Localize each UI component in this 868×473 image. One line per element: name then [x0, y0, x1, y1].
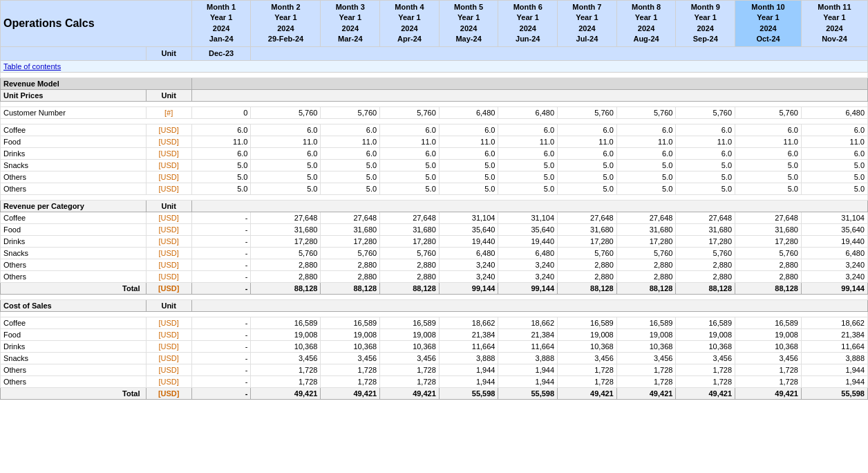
rpc-coffee-label: Coffee	[1, 212, 147, 223]
up-snacks-unit: [USD]	[146, 159, 191, 171]
unit-prices-header-row: Unit Prices Unit	[1, 89, 868, 101]
cos-others2-label: Others	[1, 375, 147, 387]
rpc-food-label: Food	[1, 223, 147, 235]
up-snacks-label: Snacks	[1, 159, 147, 171]
col-month2-header: Month 2Year 1202429-Feb-24	[251, 1, 321, 47]
customer-number-m9: 5,760	[735, 106, 802, 118]
cos-label: Cost of Sales	[1, 299, 147, 311]
toc-link[interactable]: Table of contents	[1, 60, 868, 72]
main-table: Operations Calcs Month 1Year 12024Jan-24…	[0, 0, 868, 400]
cos-drinks-row: Drinks [USD] - 10,368 10,368 10,368 11,6…	[1, 340, 868, 352]
cos-others2-row: Others [USD] - 1,728 1,728 1,728 1,944 1…	[1, 375, 868, 387]
rpc-others2-label: Others	[1, 270, 147, 282]
up-coffee-row: Coffee [USD] 6.0 6.0 6.0 6.0 6.0 6.0 6.0…	[1, 124, 868, 136]
col-month8-header: Month 8Year 12024Aug-24	[616, 1, 676, 47]
col-month10-header: Month 10Year 12024Oct-24	[735, 1, 802, 47]
col-month7-header: Month 7Year 12024Jul-24	[558, 1, 617, 47]
rpc-label: Revenue per Category	[1, 200, 147, 212]
customer-number-dec23: 0	[191, 106, 251, 118]
revenue-model-label: Revenue Model	[1, 77, 192, 89]
rpc-drinks-row: Drinks [USD] - 17,280 17,280 17,280 19,4…	[1, 235, 868, 247]
cos-others1-label: Others	[1, 364, 147, 375]
cos-others1-row: Others [USD] - 1,728 1,728 1,728 1,944 1…	[1, 364, 868, 375]
unit-prices-unit: Unit	[146, 89, 191, 101]
rpc-unit-header: Unit	[146, 200, 191, 212]
cos-food-row: Food [USD] - 19,008 19,008 19,008 21,384…	[1, 328, 868, 340]
empty-header2	[251, 46, 868, 60]
customer-number-row: Customer Number [#] 0 5,760 5,760 5,760 …	[1, 106, 868, 118]
up-food-row: Food [USD] 11.0 11.0 11.0 11.0 11.0 11.0…	[1, 136, 868, 147]
customer-number-m8: 5,760	[676, 106, 735, 118]
col-month1-header: Month 1Year 12024Jan-24	[191, 1, 251, 47]
rpc-coffee-row: Coffee [USD] - 27,648 27,648 27,648 31,1…	[1, 212, 868, 223]
customer-number-m6: 5,760	[558, 106, 617, 118]
dec23-header: Dec-23	[191, 46, 251, 60]
rpc-others1-label: Others	[1, 259, 147, 270]
rpc-header-row: Revenue per Category Unit	[1, 200, 868, 212]
up-others2-row: Others [USD] 5.0 5.0 5.0 5.0 5.0 5.0 5.0…	[1, 183, 868, 194]
col-month4-header: Month 4Year 12024Apr-24	[380, 1, 440, 47]
cos-total-row: Total [USD] - 49,421 49,421 49,421 55,59…	[1, 387, 868, 399]
col-month6-header: Month 6Year 12024Jun-24	[498, 1, 558, 47]
cos-food-label: Food	[1, 328, 147, 340]
cos-snacks-label: Snacks	[1, 352, 147, 364]
cos-drinks-label: Drinks	[1, 340, 147, 352]
up-others1-row: Others [USD] 5.0 5.0 5.0 5.0 5.0 5.0 5.0…	[1, 171, 868, 183]
rpc-drinks-label: Drinks	[1, 235, 147, 247]
rpc-snacks-label: Snacks	[1, 247, 147, 259]
customer-number-m1: 5,760	[251, 106, 321, 118]
col-month9-header: Month 9Year 12024Sep-24	[676, 1, 735, 47]
cos-snacks-row: Snacks [USD] - 3,456 3,456 3,456 3,888 3…	[1, 352, 868, 364]
up-others2-unit: [USD]	[146, 183, 191, 194]
col-month11-header: Month 11Year 12024Nov-24	[801, 1, 867, 47]
up-others1-label: Others	[1, 171, 147, 183]
customer-number-m10: 6,480	[801, 106, 867, 118]
up-food-label: Food	[1, 136, 147, 147]
unit-prices-label: Unit Prices	[1, 89, 147, 101]
rpc-total-row: Total [USD] - 88,128 88,128 88,128 99,14…	[1, 282, 868, 294]
up-others1-unit: [USD]	[146, 171, 191, 183]
customer-number-label: Customer Number	[1, 106, 147, 118]
customer-number-m7: 5,760	[616, 106, 676, 118]
col-month5-header: Month 5Year 12024May-24	[439, 1, 498, 47]
up-coffee-label: Coffee	[1, 124, 147, 136]
rpc-food-row: Food [USD] - 31,680 31,680 31,680 35,640…	[1, 223, 868, 235]
unit-header: Unit	[146, 46, 191, 60]
cos-coffee-row: Coffee [USD] - 16,589 16,589 16,589 18,6…	[1, 317, 868, 328]
empty-header	[1, 46, 147, 60]
customer-number-unit: [#]	[146, 106, 191, 118]
revenue-model-header-row: Revenue Model	[1, 77, 868, 89]
up-drinks-row: Drinks [USD] 6.0 6.0 6.0 6.0 6.0 6.0 6.0…	[1, 147, 868, 159]
rpc-total-label: Total	[1, 282, 147, 294]
cos-total-label: Total	[1, 387, 147, 399]
page-title: Operations Calcs	[1, 1, 192, 47]
cos-header-row: Cost of Sales Unit	[1, 299, 868, 311]
up-food-unit: [USD]	[146, 136, 191, 147]
up-others2-label: Others	[1, 183, 147, 194]
col-month3-header: Month 3Year 12024Mar-24	[321, 1, 380, 47]
rpc-snacks-row: Snacks [USD] - 5,760 5,760 5,760 6,480 6…	[1, 247, 868, 259]
rpc-others2-row: Others [USD] - 2,880 2,880 2,880 3,240 3…	[1, 270, 868, 282]
cos-unit-header: Unit	[146, 299, 191, 311]
up-drinks-unit: [USD]	[146, 147, 191, 159]
rpc-others1-row: Others [USD] - 2,880 2,880 2,880 3,240 3…	[1, 259, 868, 270]
up-drinks-label: Drinks	[1, 147, 147, 159]
customer-number-m3: 5,760	[380, 106, 440, 118]
customer-number-m2: 5,760	[321, 106, 380, 118]
customer-number-m5: 6,480	[498, 106, 558, 118]
up-coffee-unit: [USD]	[146, 124, 191, 136]
up-snacks-row: Snacks [USD] 5.0 5.0 5.0 5.0 5.0 5.0 5.0…	[1, 159, 868, 171]
cos-coffee-label: Coffee	[1, 317, 147, 328]
customer-number-m4: 6,480	[439, 106, 498, 118]
